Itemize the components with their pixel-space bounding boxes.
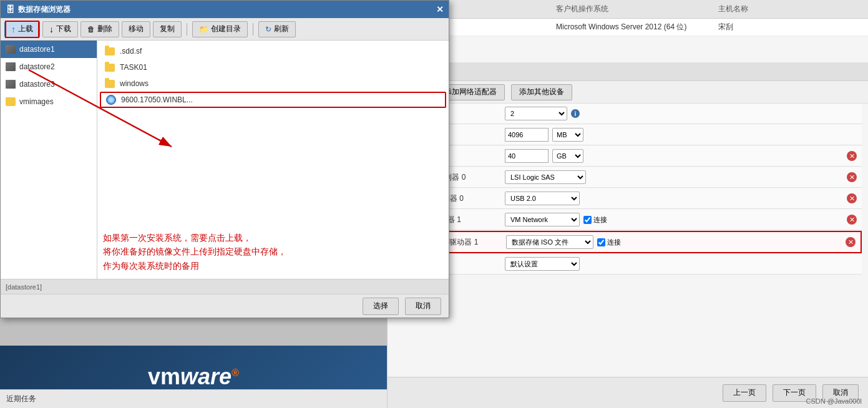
cddvd-type-select[interactable]: 数据存储 ISO 文件 客户端设备 主机设备 (506, 235, 593, 249)
folder-icon (105, 47, 115, 56)
vmware-logo: vmware® (148, 364, 239, 390)
download-icon: ↓ (49, 24, 54, 34)
folder-icon (105, 64, 115, 72)
datastore3-label: datastore3 (19, 80, 55, 89)
recent-tasks-bar: 近期任务 (0, 389, 387, 408)
dialog-cancel-button[interactable]: 取消 (405, 298, 441, 315)
file-item-sdd[interactable]: .sdd.sf (100, 43, 446, 59)
download-button[interactable]: ↓ 下载 (42, 21, 78, 37)
dialog-statusbar: [datastore1] (1, 279, 449, 294)
file-name-sdd: .sdd.sf (120, 47, 142, 56)
disk-unit-select[interactable]: GB MB (552, 149, 583, 163)
file-name-windows: windows (120, 79, 149, 88)
network-remove-button[interactable]: ✕ (847, 215, 857, 225)
cpu-info-icon: i (571, 109, 580, 118)
file-item-windows[interactable]: windows (100, 75, 446, 92)
copy-button[interactable]: 复制 (153, 21, 182, 37)
move-button[interactable]: 移动 (122, 21, 150, 37)
device-row-cddvd: ▶ CD/DVD 驱动器 1 数据存储 ISO 文件 客户端设备 主机设备 连接… (388, 231, 862, 253)
datastore1-icon (6, 45, 16, 54)
vmimages-icon (6, 97, 16, 106)
delete-button[interactable]: 🗑 删除 (80, 21, 119, 37)
toolbar-separator (187, 23, 187, 36)
table-row: 74.11 GB Microsoft Windows Server 2012 (… (388, 19, 868, 36)
move-label: 移动 (129, 24, 144, 34)
scsi-remove-button[interactable]: ✕ (847, 172, 857, 182)
col-host-name: 主机名称 (718, 4, 862, 14)
prev-page-button[interactable]: 上一页 (723, 384, 766, 402)
file-item-task01[interactable]: TASK01 (100, 59, 446, 75)
watermark: CSDN @Java000l (806, 397, 862, 405)
vmware-logo-vm: vm (148, 364, 180, 389)
network-value-area: VM Network 连接 (505, 213, 847, 226)
cddvd-connect-input[interactable] (597, 238, 605, 246)
display-value-area: 默认设置 (505, 257, 857, 271)
device-row-memory: ▶ 内存 MB GB (388, 125, 862, 145)
memory-unit-select[interactable]: MB GB (552, 128, 583, 142)
cddvd-remove-button[interactable]: ✕ (846, 237, 856, 247)
file-name-task01: TASK01 (120, 63, 147, 72)
vmware-logo-r: ® (232, 367, 239, 378)
right-panel: 已用空间 客户机操作系统 主机名称 74.11 GB Microsoft Win… (387, 0, 868, 408)
files-area: .sdd.sf TASK01 windows 9600.17050.WINBL.… (97, 41, 449, 279)
scsi-value-area: LSI Logic SAS LSI Logic BusLogic (505, 170, 847, 184)
cpu-count-select[interactable]: 2 1 4 8 (505, 107, 567, 120)
datastore3-icon (6, 80, 16, 89)
network-connect-input[interactable] (583, 216, 592, 224)
device-row-display: ▶ 显卡 默认设置 (388, 254, 862, 274)
delete-icon: 🗑 (87, 25, 95, 34)
right-panel-bottom: 上一页 下一页 取消 (388, 377, 868, 408)
device-row-network: ▶ 网络适配器 1 VM Network 连接 ✕ (388, 210, 862, 230)
datastore2-label: datastore2 (19, 62, 55, 71)
network-connect-label: 连接 (593, 215, 607, 225)
iso-icon (106, 95, 116, 105)
dialog-close-button[interactable]: ✕ (436, 4, 444, 14)
sidebar-item-datastore3[interactable]: datastore3 (1, 75, 97, 93)
refresh-button[interactable]: ↻ 刷新 (258, 21, 296, 37)
disk-value-area: GB MB (505, 149, 847, 163)
usb-type-select[interactable]: USB 2.0 USB 3.0 (505, 192, 580, 205)
network-connect-checkbox: 连接 (583, 215, 607, 225)
sidebar-item-datastore1[interactable]: datastore1 (1, 41, 97, 58)
device-row-cpu: ▶ 处理器 2 1 4 8 i (388, 104, 862, 124)
network-select[interactable]: VM Network (505, 213, 580, 226)
select-button[interactable]: 选择 (363, 298, 399, 315)
dialog-title-text: 数据存储浏览器 (18, 4, 71, 15)
create-dir-label: 创建目录 (211, 24, 241, 34)
refresh-icon: ↻ (265, 25, 271, 34)
devices-list: ▶ 处理器 2 1 4 8 i ▶ 内存 MB GB (388, 104, 862, 377)
device-row-usb: ▶ USB 控制器 0 USB 2.0 USB 3.0 ✕ (388, 188, 862, 209)
display-select[interactable]: 默认设置 (505, 257, 580, 271)
vm-options-header: 虚拟机附加选项 (388, 62, 868, 81)
memory-input[interactable] (505, 128, 549, 142)
file-item-iso[interactable]: 9600.17050.WINBL... (100, 92, 446, 108)
datastore1-label: datastore1 (19, 45, 55, 54)
upload-button[interactable]: ↑ 上载 (4, 21, 40, 37)
add-other-device-button[interactable]: 添加其他设备 (511, 84, 572, 100)
host-name-value: 宋刮 (718, 22, 862, 32)
datastore-sidebar: datastore1 datastore2 datastore3 vmimage… (1, 41, 97, 279)
delete-label: 删除 (97, 24, 112, 34)
vmware-logo-ware: ware (180, 364, 232, 389)
datastore2-icon (6, 62, 16, 71)
guest-os-value: Microsoft Windows Server 2012 (64 位) (556, 22, 700, 32)
add-buttons-row: 添加网络适配器 添加其他设备 (388, 81, 868, 104)
copy-label: 复制 (160, 24, 175, 34)
create-dir-button[interactable]: 📁 创建目录 (192, 21, 248, 37)
disk-remove-button[interactable]: ✕ (847, 151, 857, 161)
cddvd-value-area: 数据存储 ISO 文件 客户端设备 主机设备 连接 (506, 235, 846, 249)
dialog-titlebar: 🗄 数据存储浏览器 ✕ (1, 1, 449, 18)
vmimages-label: vmimages (19, 97, 54, 106)
sidebar-item-vmimages[interactable]: vmimages (1, 93, 97, 110)
cddvd-connect-label: 连接 (607, 238, 621, 247)
usb-remove-button[interactable]: ✕ (847, 193, 857, 203)
table-header: 已用空间 客户机操作系统 主机名称 (388, 0, 868, 19)
cddvd-connect-checkbox: 连接 (597, 238, 621, 247)
recent-tasks-label: 近期任务 (6, 394, 36, 404)
disk-size-input[interactable] (505, 149, 549, 163)
refresh-label: 刷新 (274, 24, 289, 34)
scsi-type-select[interactable]: LSI Logic SAS LSI Logic BusLogic (505, 170, 586, 184)
dialog-toolbar: ↑ 上载 ↓ 下载 🗑 删除 移动 复制 📁 创建目录 ↻ 刷新 (1, 18, 449, 41)
device-row-scsi: ▶ SCSI 控制器 0 LSI Logic SAS LSI Logic Bus… (388, 167, 862, 188)
sidebar-item-datastore2[interactable]: datastore2 (1, 58, 97, 75)
